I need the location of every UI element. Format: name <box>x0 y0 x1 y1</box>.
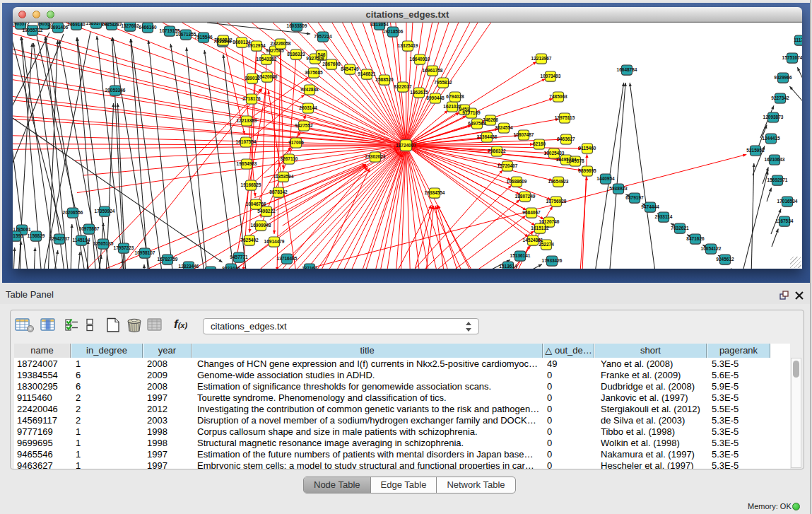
svg-text:10654122: 10654122 <box>701 246 722 251</box>
svg-text:1167534: 1167534 <box>776 218 794 223</box>
svg-text:1156829: 1156829 <box>28 233 45 238</box>
svg-text:16914479: 16914479 <box>264 239 285 244</box>
svg-text:7515546: 7515546 <box>194 35 213 40</box>
svg-text:546: 546 <box>318 52 326 57</box>
svg-text:12093873: 12093873 <box>763 115 784 119</box>
svg-text:252274: 252274 <box>539 242 554 247</box>
svg-text:6466160: 6466160 <box>139 25 157 30</box>
svg-text:17359924: 17359924 <box>95 209 115 214</box>
svg-text:8878342: 8878342 <box>269 189 288 194</box>
svg-text:8990448: 8990448 <box>426 95 445 100</box>
svg-text:9474444: 9474444 <box>641 204 659 209</box>
svg-text:17933426: 17933426 <box>542 258 563 263</box>
svg-text:1527602: 1527602 <box>121 23 139 28</box>
svg-text:10688609: 10688609 <box>507 179 527 184</box>
svg-text:7625402: 7625402 <box>240 238 259 243</box>
svg-text:9146821: 9146821 <box>358 71 376 76</box>
svg-text:20053346: 20053346 <box>105 88 126 93</box>
svg-text:19218506: 19218506 <box>383 29 404 34</box>
svg-text:16961758: 16961758 <box>423 68 443 73</box>
svg-text:5498222: 5498222 <box>257 209 276 214</box>
svg-text:11171: 11171 <box>794 37 802 42</box>
svg-text:3675685: 3675685 <box>305 70 323 75</box>
svg-text:8660124: 8660124 <box>233 40 251 45</box>
svg-text:16210643: 16210643 <box>765 157 785 162</box>
svg-text:8322037: 8322037 <box>394 84 412 89</box>
svg-text:7485063: 7485063 <box>549 94 567 99</box>
svg-text:9227342: 9227342 <box>771 95 789 100</box>
svg-text:13325419: 13325419 <box>398 43 418 48</box>
svg-text:5938923: 5938923 <box>609 186 628 191</box>
svg-text:15136141: 15136141 <box>510 253 531 258</box>
svg-text:7957224: 7957224 <box>314 34 332 39</box>
svg-text:15751074: 15751074 <box>782 55 802 60</box>
svg-text:10543382: 10543382 <box>257 57 277 62</box>
svg-text:17957223: 17957223 <box>114 245 134 250</box>
svg-text:10973493: 10973493 <box>541 74 561 78</box>
svg-text:8471626: 8471626 <box>686 236 705 241</box>
svg-text:8454749: 8454749 <box>341 66 359 71</box>
svg-text:7986322: 7986322 <box>488 148 506 153</box>
svg-text:7632621: 7632621 <box>671 226 689 230</box>
svg-text:5215958: 5215958 <box>746 148 765 153</box>
svg-text:16033809: 16033809 <box>287 23 307 28</box>
svg-text:1621022: 1621022 <box>443 104 461 109</box>
svg-text:16640910: 16640910 <box>410 57 430 62</box>
svg-text:13716485: 13716485 <box>277 256 298 261</box>
svg-text:23420046: 23420046 <box>257 74 278 79</box>
svg-text:18807249: 18807249 <box>515 194 536 199</box>
svg-text:7955812: 7955812 <box>434 80 452 85</box>
svg-text:1849578: 1849578 <box>566 158 584 163</box>
svg-text:1362615: 1362615 <box>410 90 428 95</box>
svg-text:18724007: 18724007 <box>396 143 416 148</box>
svg-text:1785001: 1785001 <box>13 227 31 232</box>
svg-text:3624554: 3624554 <box>495 125 513 130</box>
svg-text:8813054: 8813054 <box>370 23 389 27</box>
svg-text:1905572: 1905572 <box>13 23 30 26</box>
svg-text:30975867: 30975867 <box>79 226 100 231</box>
svg-text:12213389: 12213389 <box>237 118 257 123</box>
svg-text:2718176: 2718176 <box>242 96 261 101</box>
svg-text:1615132: 1615132 <box>531 226 549 230</box>
svg-text:9329966: 9329966 <box>774 75 792 80</box>
svg-text:19055712: 19055712 <box>23 28 43 33</box>
svg-text:16782759: 16782759 <box>158 257 178 262</box>
svg-text:137164: 137164 <box>302 266 317 269</box>
svg-text:15720407: 15720407 <box>498 163 518 168</box>
svg-text:2933114: 2933114 <box>655 214 673 219</box>
svg-text:16648784: 16648784 <box>617 67 637 72</box>
svg-text:3267110: 3267110 <box>281 156 298 161</box>
svg-text:8186323: 8186323 <box>287 52 305 57</box>
svg-text:12975115: 12975115 <box>555 115 575 120</box>
svg-text:21364436: 21364436 <box>477 134 498 139</box>
svg-text:17016534: 17016534 <box>777 199 798 204</box>
svg-text:20206556: 20206556 <box>63 210 83 215</box>
svg-text:20691406: 20691406 <box>48 25 69 30</box>
svg-text:9684067: 9684067 <box>522 210 541 215</box>
svg-text:10807487: 10807487 <box>514 132 534 137</box>
svg-text:9245612: 9245612 <box>716 257 734 262</box>
svg-text:10046766: 10046766 <box>246 201 266 206</box>
svg-text:10958107: 10958107 <box>135 250 155 255</box>
svg-text:11353594: 11353594 <box>273 174 294 179</box>
svg-text:6899695: 6899695 <box>578 168 596 173</box>
svg-text:15692971: 15692971 <box>767 177 788 182</box>
svg-text:10671355: 10671355 <box>176 32 196 37</box>
svg-text:10120746: 10120746 <box>539 219 560 224</box>
svg-text:7663822: 7663822 <box>214 37 233 42</box>
svg-text:16107554: 16107554 <box>236 139 257 144</box>
svg-text:10756928: 10756928 <box>546 199 567 204</box>
svg-text:2069140: 2069140 <box>67 23 86 27</box>
svg-text:12823446: 12823446 <box>179 264 199 269</box>
svg-text:19384554: 19384554 <box>425 190 445 195</box>
svg-text:19166825: 19166825 <box>241 182 261 187</box>
svg-text:1513614: 1513614 <box>499 264 517 269</box>
svg-text:391591: 391591 <box>13 233 23 238</box>
svg-text:2867608: 2867608 <box>322 62 341 66</box>
svg-text:2603144: 2603144 <box>299 105 317 110</box>
svg-text:19654923: 19654923 <box>548 179 569 184</box>
svg-text:12213967: 12213967 <box>531 56 552 61</box>
svg-text:9327505: 9327505 <box>266 48 284 53</box>
svg-text:9823446: 9823446 <box>222 266 240 269</box>
svg-text:6497568: 6497568 <box>468 121 486 126</box>
